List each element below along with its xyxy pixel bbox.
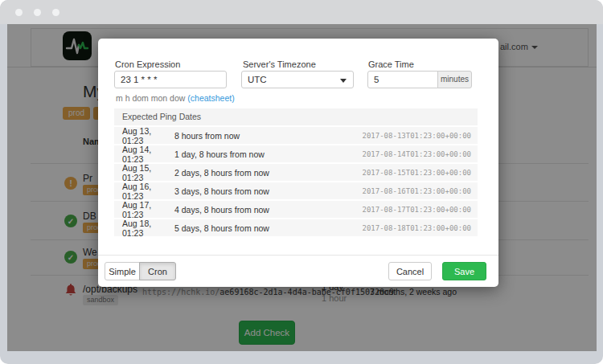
- chevron-down-icon: [340, 79, 347, 83]
- ping-date-row: Aug 17, 01:23 4 days, 8 hours from now 2…: [114, 201, 478, 218]
- ping-iso: 2017-08-18T01:23:00+00:00: [363, 224, 478, 232]
- traffic-light-icon: [34, 9, 41, 16]
- ping-date: Aug 18, 01:23: [114, 219, 174, 238]
- ping-relative: 8 hours from now: [174, 131, 363, 141]
- ping-date-row: Aug 18, 01:23 5 days, 8 hours from now 2…: [114, 219, 478, 236]
- ping-date-row: Aug 15, 01:23 2 days, 8 hours from now 2…: [114, 164, 478, 181]
- ping-date-row: Aug 13, 01:23 8 hours from now 2017-08-1…: [114, 127, 478, 144]
- cron-field-hint: m h dom mon dow: [116, 93, 187, 103]
- simple-mode-button[interactable]: Simple: [105, 262, 140, 280]
- ping-relative: 3 days, 8 hours from now: [174, 186, 363, 196]
- traffic-light-icon: [15, 9, 23, 16]
- ping-iso: 2017-08-13T01:23:00+00:00: [363, 132, 478, 140]
- browser-window: ail.com My Checks prod work Name Pr prod…: [0, 0, 603, 364]
- ping-date-row: Aug 16, 01:23 3 days, 8 hours from now 2…: [114, 182, 478, 199]
- cron-expression-label: Cron Expression: [115, 59, 180, 69]
- ping-relative: 4 days, 8 hours from now: [174, 205, 363, 215]
- timezone-label: Server's Timezone: [243, 59, 316, 69]
- ping-date: Aug 16, 01:23: [114, 182, 174, 201]
- save-button[interactable]: Save: [442, 262, 486, 280]
- cancel-button[interactable]: Cancel: [388, 262, 432, 280]
- ping-date: Aug 17, 01:23: [114, 200, 174, 219]
- screenshot-stage: ail.com My Checks prod work Name Pr prod…: [0, 0, 603, 364]
- grace-time-label: Grace Time: [368, 59, 414, 69]
- ping-iso: 2017-08-15T01:23:00+00:00: [363, 169, 478, 177]
- timezone-selected-value: UTC: [248, 75, 267, 84]
- ping-relative: 1 day, 8 hours from now: [174, 149, 363, 159]
- ping-iso: 2017-08-16T01:23:00+00:00: [363, 187, 478, 195]
- timezone-select[interactable]: UTC: [241, 71, 354, 88]
- expected-ping-dates-table: Expected Ping Dates Aug 13, 01:23 8 hour…: [114, 108, 478, 236]
- ping-relative: 5 days, 8 hours from now: [174, 223, 363, 233]
- ping-date: Aug 15, 01:23: [114, 163, 174, 182]
- traffic-light-icon: [52, 9, 59, 16]
- ping-iso: 2017-08-17T01:23:00+00:00: [363, 206, 478, 214]
- grace-time-input[interactable]: [367, 71, 438, 88]
- ping-iso: 2017-08-14T01:23:00+00:00: [363, 150, 478, 158]
- ping-relative: 2 days, 8 hours from now: [174, 168, 363, 178]
- browser-titlebar: [0, 0, 603, 24]
- cron-schedule-dialog: Cron Expression Server's Timezone Grace …: [98, 39, 498, 287]
- cron-expression-input[interactable]: [114, 71, 227, 88]
- grace-unit-addon: minutes: [437, 71, 472, 88]
- ping-date-row: Aug 14, 01:23 1 day, 8 hours from now 20…: [114, 145, 478, 162]
- modal-footer-divider: [98, 255, 498, 256]
- ping-table-header: Expected Ping Dates: [114, 108, 478, 125]
- cheatsheet-link[interactable]: (cheatsheet): [187, 93, 234, 103]
- ping-date: Aug 14, 01:23: [114, 145, 174, 164]
- cron-helper-text: m h dom mon dow (cheatsheet): [116, 93, 235, 103]
- cron-mode-button[interactable]: Cron: [139, 262, 176, 280]
- ping-date: Aug 13, 01:23: [114, 126, 174, 145]
